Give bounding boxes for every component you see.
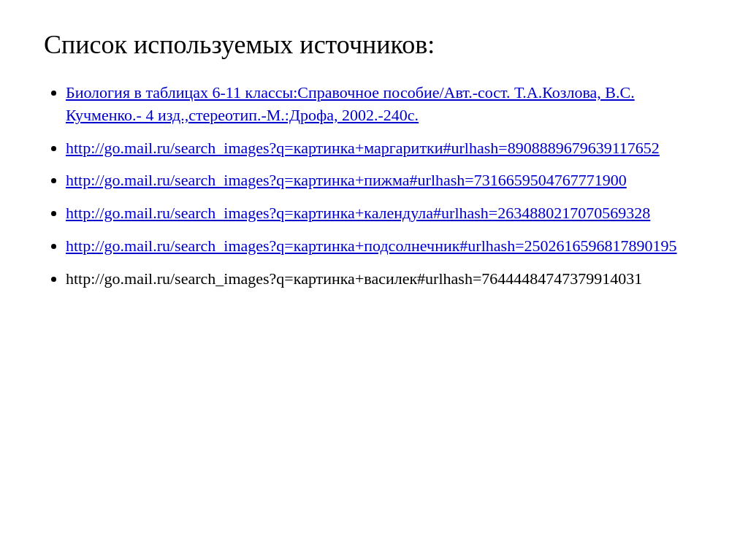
source-link-4[interactable]: http://go.mail.ru/search_images?q=картин… — [66, 204, 650, 222]
source-link-5[interactable]: http://go.mail.ru/search_images?q=картин… — [66, 237, 677, 255]
source-link-3[interactable]: http://go.mail.ru/search_images?q=картин… — [66, 171, 627, 189]
list-item[interactable]: Биология в таблицах 6-11 классы:Справочн… — [66, 82, 704, 127]
list-item[interactable]: http://go.mail.ru/search_images?q=картин… — [66, 137, 704, 160]
sources-list: Биология в таблицах 6-11 классы:Справочн… — [44, 82, 704, 291]
source-link-2[interactable]: http://go.mail.ru/search_images?q=картин… — [66, 139, 660, 157]
list-item[interactable]: http://go.mail.ru/search_images?q=картин… — [66, 235, 704, 258]
page-title: Список используемых источников: — [44, 29, 704, 60]
source-link-1[interactable]: Биология в таблицах 6-11 классы:Справочн… — [66, 83, 635, 124]
list-item[interactable]: http://go.mail.ru/search_images?q=картин… — [66, 202, 704, 225]
list-item[interactable]: http://go.mail.ru/search_images?q=картин… — [66, 169, 704, 192]
list-item: http://go.mail.ru/search_images?q=картин… — [66, 268, 704, 291]
